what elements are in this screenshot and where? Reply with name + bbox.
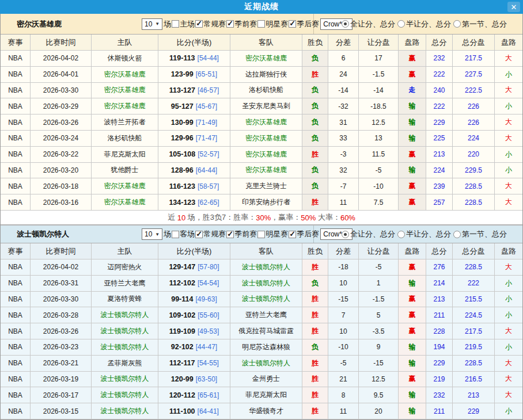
handicap-result-cell: 输	[399, 276, 426, 292]
point-diff-cell: -7	[328, 178, 359, 194]
checkbox-input[interactable]	[289, 20, 296, 28]
divider	[313, 14, 314, 34]
outcome-cell: 负	[302, 51, 328, 67]
column-header: 分差	[328, 243, 359, 259]
filter-radio[interactable]: 半让分、总分	[395, 229, 451, 239]
celtics-filter-bar: 波士顿凯尔特人 10 ▼ 场 客场 常规赛 季前赛 明星赛 季后赛	[1, 225, 522, 243]
filter-checkbox[interactable]: 季后赛	[288, 229, 319, 239]
filter-checkbox[interactable]: 季前赛	[226, 19, 257, 29]
score-cell: 109-102[55-60]	[158, 307, 230, 323]
radio-label: 半让分、总分	[406, 229, 451, 239]
home-team-cell: 孟菲斯灰熊	[92, 356, 158, 372]
filter-radio[interactable]: 全让分、总分	[339, 19, 395, 29]
checkbox-input[interactable]	[257, 20, 265, 28]
radio-input[interactable]	[342, 20, 349, 28]
halftime-score: [64-41]	[198, 407, 219, 415]
handicap-line-cell: 9	[359, 339, 399, 356]
date-cell: 2026-03-23	[31, 339, 92, 356]
total-points-cell: 213	[426, 147, 453, 163]
checkbox-input[interactable]	[172, 20, 179, 28]
column-header: 比赛时间	[31, 243, 92, 259]
filter-checkbox[interactable]: 客场	[171, 229, 195, 239]
checkbox-input[interactable]	[195, 20, 203, 28]
checkbox-input[interactable]	[289, 231, 296, 238]
over-under-cell: 大	[495, 259, 522, 276]
games-count-value: 10	[145, 20, 152, 28]
outcome-cell: 胜	[302, 307, 328, 323]
point-diff-cell: 33	[328, 131, 359, 147]
filter-radio[interactable]: 第一节、总分	[451, 229, 507, 239]
radio-input[interactable]	[453, 231, 461, 238]
team-name-celtics: 波士顿凯尔特人	[17, 229, 141, 239]
handicap-line-cell: 13	[359, 131, 399, 147]
games-count-select[interactable]: 10 ▼	[142, 18, 162, 30]
total-points-cell: 219	[426, 372, 453, 388]
away-team-cell: 波士顿凯尔特人	[230, 356, 302, 372]
checkbox-label: 季前赛	[234, 229, 257, 239]
checkbox-label: 季后赛	[297, 19, 319, 29]
filter-radio[interactable]: 第一节、总分	[451, 19, 507, 29]
date-cell: 2026-03-20	[31, 163, 92, 179]
games-count-select[interactable]: 10 ▼	[142, 228, 162, 240]
home-team-cell: 波士顿凯尔特人	[92, 323, 158, 339]
point-diff-cell: -15	[328, 292, 359, 308]
total-line-cell: 220	[453, 147, 495, 163]
handicap-result-cell: 赢	[399, 147, 426, 163]
filter-checkbox[interactable]: 季后赛	[288, 19, 319, 29]
over-under-cell: 小	[495, 403, 522, 419]
total-points-cell: 229	[426, 356, 453, 372]
league-cell: NBA	[1, 114, 31, 131]
summary-segment: 60%	[340, 213, 355, 222]
column-header: 总分	[426, 243, 453, 259]
league-cell: NBA	[1, 147, 31, 163]
total-line-cell: 224.5	[453, 307, 495, 323]
close-icon[interactable]: ✕	[507, 2, 520, 12]
checkbox-input[interactable]	[257, 231, 265, 238]
away-team-cell: 密尔沃基雄鹿	[230, 163, 302, 179]
final-score: 99-114	[171, 295, 193, 303]
filter-checkbox[interactable]: 常规赛	[195, 229, 226, 239]
filter-checkbox[interactable]: 明星赛	[257, 19, 288, 29]
over-under-cell: 小	[495, 339, 522, 356]
filter-checkbox[interactable]: 主场	[171, 19, 195, 29]
handicap-line-cell: 17	[359, 51, 399, 67]
filter-checkbox[interactable]: 季前赛	[226, 229, 257, 239]
radio-input[interactable]	[397, 231, 405, 238]
filter-radio[interactable]: 全让分、总分	[339, 229, 395, 239]
halftime-score: [57-80]	[198, 263, 219, 271]
league-cell: NBA	[1, 178, 31, 194]
total-points-cell: 194	[426, 339, 453, 356]
filter-radio[interactable]: 半让分、总分	[395, 19, 451, 29]
table-row: NBA 2026-03-30 密尔沃基雄鹿 113-127[46-57] 洛杉矶…	[1, 83, 522, 99]
divider	[313, 226, 314, 243]
radio-input[interactable]	[342, 231, 349, 238]
filter-checkbox[interactable]: 明星赛	[257, 229, 288, 239]
column-header: 分差	[328, 35, 359, 51]
checkbox-input[interactable]	[226, 20, 234, 28]
over-under-cell: 大	[495, 372, 522, 388]
handicap-result-cell: 输	[399, 387, 426, 403]
home-team-cell: 密尔沃基雄鹿	[92, 98, 158, 114]
over-under-cell: 大	[495, 178, 522, 194]
outcome-cell: 胜	[302, 292, 328, 308]
checkbox-input[interactable]	[226, 231, 234, 238]
handicap-line-cell: 12.5	[359, 372, 399, 388]
handicap-line-cell: 9.5	[359, 387, 399, 403]
checkbox-input[interactable]	[172, 231, 179, 238]
checkbox-input[interactable]	[195, 231, 203, 238]
date-cell: 2026-03-24	[31, 131, 92, 147]
point-diff-cell: -5	[328, 356, 359, 372]
checkbox-label: 主场	[180, 19, 195, 29]
total-points-cell: 213	[426, 292, 453, 308]
radio-input[interactable]	[397, 20, 405, 28]
total-line-cell: 229	[453, 403, 495, 419]
point-diff-cell: 31	[328, 114, 359, 131]
over-under-cell: 大	[495, 323, 522, 339]
over-under-cell: 大	[495, 51, 522, 67]
radio-input[interactable]	[453, 20, 461, 28]
final-score: 120-99	[171, 375, 194, 383]
filter-checkbox[interactable]: 常规赛	[195, 19, 226, 29]
filter-checkbox-group: 客场 常规赛 季前赛 明星赛 季后赛	[171, 229, 319, 239]
point-diff-cell: 6	[328, 51, 359, 67]
handicap-result-cell: 输	[399, 339, 426, 356]
